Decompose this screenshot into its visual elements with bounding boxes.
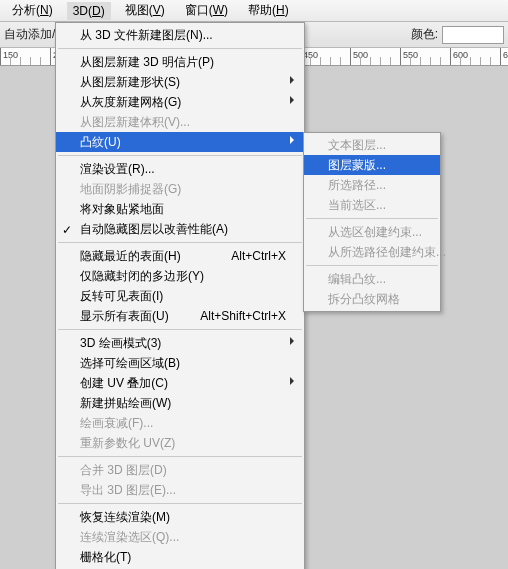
menu-item-label: 从选区创建约束... <box>328 224 422 241</box>
submenu-arrow-icon <box>290 96 298 104</box>
repousse-submenu-item-1[interactable]: 图层蒙版... <box>304 155 440 175</box>
3d-menu-item-6[interactable]: 凸纹(U) <box>56 132 304 152</box>
3d-menu-item-11[interactable]: ✓自动隐藏图层以改善性能(A) <box>56 219 304 239</box>
menu-separator <box>306 218 438 219</box>
menu-separator <box>58 456 302 457</box>
menu-item-label: 选择可绘画区域(B) <box>80 355 180 372</box>
menu-view[interactable]: 视图(V) <box>119 0 171 21</box>
submenu-arrow-icon <box>290 337 298 345</box>
3d-menu-item-2[interactable]: 从图层新建 3D 明信片(P) <box>56 52 304 72</box>
menu-item-label: 合并 3D 图层(D) <box>80 462 167 479</box>
menu-item-label: 创建 UV 叠加(C) <box>80 375 168 392</box>
3d-menu-item-5: 从图层新建体积(V)... <box>56 112 304 132</box>
menu-item-label: 当前选区... <box>328 197 386 214</box>
menu-item-label: 导出 3D 图层(E)... <box>80 482 176 499</box>
3d-menu-item-10[interactable]: 将对象贴紧地面 <box>56 199 304 219</box>
menu-separator <box>306 265 438 266</box>
menu-item-label: 显示所有表面(U) <box>80 308 169 325</box>
repousse-submenu-item-3: 当前选区... <box>304 195 440 215</box>
menu-item-label: 栅格化(T) <box>80 549 131 566</box>
3d-menu-item-28[interactable]: 恢复连续渲染(M) <box>56 507 304 527</box>
menu-item-label: 恢复连续渲染(M) <box>80 509 170 526</box>
menu-separator <box>58 155 302 156</box>
submenu-arrow-icon <box>290 377 298 385</box>
3d-menu-item-3[interactable]: 从图层新建形状(S) <box>56 72 304 92</box>
3d-menu-dropdown: 从 3D 文件新建图层(N)...从图层新建 3D 明信片(P)从图层新建形状(… <box>55 22 305 569</box>
submenu-arrow-icon <box>290 76 298 84</box>
3d-menu-item-19[interactable]: 选择可绘画区域(B) <box>56 353 304 373</box>
3d-menu-item-14[interactable]: 仅隐藏封闭的多边形(Y) <box>56 266 304 286</box>
fill-value-input[interactable] <box>442 26 504 44</box>
menu-item-label: 所选路径... <box>328 177 386 194</box>
3d-menu-item-9: 地面阴影捕捉器(G) <box>56 179 304 199</box>
3d-menu-item-4[interactable]: 从灰度新建网格(G) <box>56 92 304 112</box>
menu-item-label: 编辑凸纹... <box>328 271 386 288</box>
repousse-submenu: 文本图层...图层蒙版...所选路径...当前选区...从选区创建约束...从所… <box>303 132 441 312</box>
menu-item-label: 反转可见表面(I) <box>80 288 163 305</box>
menu-separator <box>58 329 302 330</box>
menu-item-label: 隐藏最近的表面(H) <box>80 248 181 265</box>
menu-separator <box>58 242 302 243</box>
3d-menu-item-18[interactable]: 3D 绘画模式(3) <box>56 333 304 353</box>
repousse-submenu-item-5: 从选区创建约束... <box>304 222 440 242</box>
submenu-arrow-icon <box>290 136 298 144</box>
menu-item-label: 从图层新建体积(V)... <box>80 114 190 131</box>
menu-help[interactable]: 帮助(H) <box>242 0 295 21</box>
3d-menu-item-15[interactable]: 反转可见表面(I) <box>56 286 304 306</box>
menu-item-label: 连续渲染选区(Q)... <box>80 529 179 546</box>
menu-item-label: 自动隐藏图层以改善性能(A) <box>80 221 228 238</box>
menu-item-label: 从灰度新建网格(G) <box>80 94 181 111</box>
3d-menu-item-16[interactable]: 显示所有表面(U)Alt+Shift+Ctrl+X <box>56 306 304 326</box>
3d-menu-item-25: 合并 3D 图层(D) <box>56 460 304 480</box>
repousse-submenu-item-8: 编辑凸纹... <box>304 269 440 289</box>
repousse-submenu-item-9: 拆分凸纹网格 <box>304 289 440 309</box>
3d-menu-item-23: 重新参数化 UV(Z) <box>56 433 304 453</box>
repousse-submenu-item-6: 从所选路径创建约束... <box>304 242 440 262</box>
3d-menu-item-13[interactable]: 隐藏最近的表面(H)Alt+Ctrl+X <box>56 246 304 266</box>
3d-menu-item-29: 连续渲染选区(Q)... <box>56 527 304 547</box>
menu-shortcut: Alt+Ctrl+X <box>203 249 286 263</box>
menu-separator <box>58 503 302 504</box>
menu-shortcut: Alt+Shift+Ctrl+X <box>172 309 286 323</box>
menubar: 分析(N) 3D(D) 视图(V) 窗口(W) 帮助(H) <box>0 0 508 22</box>
menu-separator <box>58 48 302 49</box>
menu-item-label: 地面阴影捕捉器(G) <box>80 181 181 198</box>
3d-menu-item-30[interactable]: 栅格化(T) <box>56 547 304 567</box>
3d-menu-item-22: 绘画衰减(F)... <box>56 413 304 433</box>
menu-item-label: 图层蒙版... <box>328 157 386 174</box>
repousse-submenu-item-0: 文本图层... <box>304 135 440 155</box>
menu-item-label: 仅隐藏封闭的多边形(Y) <box>80 268 204 285</box>
3d-menu-item-8[interactable]: 渲染设置(R)... <box>56 159 304 179</box>
check-icon: ✓ <box>62 223 72 237</box>
3d-menu-item-21[interactable]: 新建拼贴绘画(W) <box>56 393 304 413</box>
repousse-submenu-item-2: 所选路径... <box>304 175 440 195</box>
menu-item-label: 凸纹(U) <box>80 134 121 151</box>
menu-item-label: 从图层新建 3D 明信片(P) <box>80 54 214 71</box>
menu-window[interactable]: 窗口(W) <box>179 0 234 21</box>
fill-label: 颜色: <box>411 26 438 43</box>
menu-item-label: 绘画衰减(F)... <box>80 415 153 432</box>
menu-item-label: 将对象贴紧地面 <box>80 201 164 218</box>
menu-item-label: 重新参数化 UV(Z) <box>80 435 175 452</box>
3d-menu-item-20[interactable]: 创建 UV 叠加(C) <box>56 373 304 393</box>
menu-item-label: 拆分凸纹网格 <box>328 291 400 308</box>
menu-item-label: 文本图层... <box>328 137 386 154</box>
menu-item-label: 从所选路径创建约束... <box>328 244 446 261</box>
menu-3d[interactable]: 3D(D) <box>67 2 111 20</box>
menu-item-label: 新建拼贴绘画(W) <box>80 395 171 412</box>
menu-item-label: 从 3D 文件新建图层(N)... <box>80 27 213 44</box>
menu-item-label: 从图层新建形状(S) <box>80 74 180 91</box>
menu-item-label: 3D 绘画模式(3) <box>80 335 161 352</box>
3d-menu-item-0[interactable]: 从 3D 文件新建图层(N)... <box>56 25 304 45</box>
menu-analyze[interactable]: 分析(N) <box>6 0 59 21</box>
menu-item-label: 渲染设置(R)... <box>80 161 155 178</box>
3d-menu-item-26: 导出 3D 图层(E)... <box>56 480 304 500</box>
